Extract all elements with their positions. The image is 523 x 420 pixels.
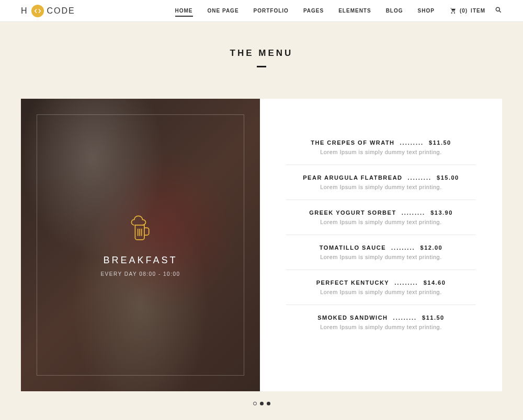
title-underline [257, 66, 266, 67]
menu-item-price: $12.00 [420, 244, 443, 251]
menu-item: TOMATILLO SAUCE ......... $12.00 Lorem I… [286, 235, 476, 270]
menu-item-header: GREEK YOGURT SORBET ......... $13.90 [286, 209, 476, 216]
menu-item-desc: Lorem Ipsum is simply dummy text printin… [286, 289, 476, 295]
nav-right: (0) ITEM [449, 6, 502, 16]
menu-item-dots: ......... [391, 244, 415, 251]
nav-portfolio[interactable]: PORTFOLIO [254, 1, 289, 21]
cart-link[interactable]: (0) ITEM [449, 7, 485, 15]
nav-onepage[interactable]: ONE PAGE [208, 1, 239, 21]
nav-home[interactable]: HOME [175, 1, 193, 21]
nav-shop[interactable]: SHOP [418, 1, 435, 21]
pagination-dot-3[interactable] [267, 402, 270, 405]
menu-item: PERFECT KENTUCKY ......... $14.60 Lorem … [286, 270, 476, 305]
menu-item-header: PERFECT KENTUCKY ......... $14.60 [286, 279, 476, 286]
menu-item-dots: ......... [393, 314, 417, 321]
menu-item-desc: Lorem Ipsum is simply dummy text printin… [286, 324, 476, 330]
menu-item-price: $15.00 [437, 174, 459, 181]
menu-item-dots: ......... [408, 174, 432, 181]
nav-blog[interactable]: BLOG [386, 1, 403, 21]
menu-item-dots: ......... [402, 209, 426, 216]
header: H CODE HOME ONE PAGE PORTFOLIO PAGES ELE… [0, 0, 523, 22]
nav: HOME ONE PAGE PORTFOLIO PAGES ELEMENTS B… [175, 1, 502, 21]
menu-item-header: SMOKED SANDWICH ......... $11.50 [286, 314, 476, 321]
menu-list: THE CREPES OF WRATH ......... $11.50 Lor… [260, 99, 502, 391]
menu-item-name: THE CREPES OF WRATH [311, 139, 394, 146]
menu-item-header: TOMATILLO SAUCE ......... $12.00 [286, 244, 476, 251]
menu-item-dots: ......... [394, 279, 418, 286]
nav-elements[interactable]: ELEMENTS [338, 1, 371, 21]
search-icon[interactable] [495, 6, 502, 16]
menu-item-name: PERFECT KENTUCKY [316, 279, 390, 286]
main-section: THE MENU BREAKFAST EVERY DAY 08:0 [0, 22, 523, 420]
menu-item-name: SMOKED SANDWICH [317, 314, 388, 321]
menu-item-header: THE CREPES OF WRATH ......... $11.50 [286, 139, 476, 146]
menu-item: GREEK YOGURT SORBET ......... $13.90 Lor… [286, 200, 476, 235]
pagination-dots [21, 402, 502, 405]
svg-point-0 [496, 7, 499, 11]
logo-text-code: CODE [47, 6, 75, 16]
menu-item: THE CREPES OF WRATH ......... $11.50 Lor… [286, 130, 476, 165]
feature-image-panel: BREAKFAST EVERY DAY 08:00 - 10:00 [21, 99, 260, 391]
menu-item-desc: Lorem Ipsum is simply dummy text printin… [286, 219, 476, 225]
svg-line-1 [499, 10, 501, 12]
section-title: THE MENU [21, 48, 502, 59]
menu-item-name: GREEK YOGURT SORBET [309, 209, 396, 216]
logo-letter-h: H [21, 6, 28, 16]
nav-pages[interactable]: PAGES [303, 1, 324, 21]
pagination-dot-2[interactable] [260, 402, 264, 405]
menu-item-desc: Lorem Ipsum is simply dummy text printin… [286, 149, 476, 155]
cart-count: (0) [460, 8, 468, 14]
menu-item-price: $14.60 [424, 279, 446, 286]
menu-item-dots: ......... [400, 139, 424, 146]
content-row: BREAKFAST EVERY DAY 08:00 - 10:00 THE CR… [21, 99, 502, 391]
feature-subtitle: EVERY DAY 08:00 - 10:00 [100, 271, 180, 277]
beer-mug-icon [100, 213, 180, 244]
menu-item: SMOKED SANDWICH ......... $11.50 Lorem I… [286, 305, 476, 340]
logo[interactable]: H CODE [21, 5, 75, 17]
menu-item: PEAR ARUGULA FLATBREAD ......... $15.00 … [286, 165, 476, 200]
cart-icon [449, 7, 457, 15]
menu-item-price: $13.90 [430, 209, 453, 216]
menu-item-header: PEAR ARUGULA FLATBREAD ......... $15.00 [286, 174, 476, 181]
logo-badge-icon [31, 5, 44, 17]
feature-content: BREAKFAST EVERY DAY 08:00 - 10:00 [100, 213, 180, 277]
menu-item-name: TOMATILLO SAUCE [320, 244, 386, 251]
menu-item-desc: Lorem Ipsum is simply dummy text printin… [286, 184, 476, 190]
cart-label: ITEM [471, 8, 485, 14]
menu-item-desc: Lorem Ipsum is simply dummy text printin… [286, 254, 476, 260]
pagination-dot-1[interactable] [253, 402, 257, 405]
feature-title: BREAKFAST [100, 255, 180, 266]
menu-item-price: $11.50 [429, 139, 451, 146]
menu-item-name: PEAR ARUGULA FLATBREAD [303, 174, 402, 181]
menu-item-price: $11.50 [422, 314, 445, 321]
